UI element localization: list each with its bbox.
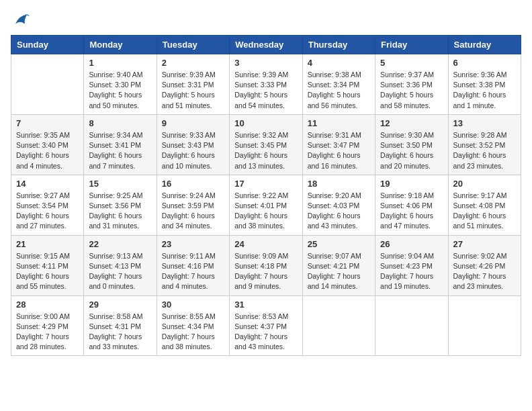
calendar-week-2: 14Sunrise: 9:27 AMSunset: 3:54 PMDayligh… bbox=[11, 175, 521, 235]
day-number: 5 bbox=[380, 58, 443, 68]
day-info: Sunrise: 9:31 AMSunset: 3:47 PMDaylight:… bbox=[308, 130, 370, 171]
day-number: 7 bbox=[16, 118, 79, 128]
day-info: Sunrise: 9:20 AMSunset: 4:03 PMDaylight:… bbox=[308, 191, 370, 232]
day-info: Sunrise: 9:07 AMSunset: 4:21 PMDaylight:… bbox=[308, 251, 370, 292]
day-info: Sunrise: 9:17 AMSunset: 4:08 PMDaylight:… bbox=[453, 191, 516, 232]
weekday-header-sunday: Sunday bbox=[11, 36, 84, 54]
day-info: Sunrise: 9:34 AMSunset: 3:41 PMDaylight:… bbox=[89, 130, 151, 171]
weekday-header-row: SundayMondayTuesdayWednesdayThursdayFrid… bbox=[11, 36, 521, 54]
day-number: 22 bbox=[89, 239, 151, 249]
calendar-cell: 2Sunrise: 9:39 AMSunset: 3:31 PMDaylight… bbox=[157, 54, 229, 115]
calendar-cell: 23Sunrise: 9:11 AMSunset: 4:16 PMDayligh… bbox=[157, 235, 229, 295]
day-number: 12 bbox=[380, 118, 443, 128]
day-number: 26 bbox=[380, 239, 443, 249]
weekday-header-tuesday: Tuesday bbox=[157, 36, 229, 54]
calendar-cell: 14Sunrise: 9:27 AMSunset: 3:54 PMDayligh… bbox=[11, 175, 84, 235]
day-info: Sunrise: 9:28 AMSunset: 3:52 PMDaylight:… bbox=[453, 130, 516, 171]
day-info: Sunrise: 9:25 AMSunset: 3:56 PMDaylight:… bbox=[89, 191, 151, 232]
calendar-cell: 24Sunrise: 9:09 AMSunset: 4:18 PMDayligh… bbox=[230, 235, 302, 295]
day-info: Sunrise: 9:22 AMSunset: 4:01 PMDaylight:… bbox=[234, 191, 297, 232]
day-number: 8 bbox=[89, 118, 151, 128]
day-info: Sunrise: 9:09 AMSunset: 4:18 PMDaylight:… bbox=[234, 251, 297, 292]
calendar-cell: 15Sunrise: 9:25 AMSunset: 3:56 PMDayligh… bbox=[84, 175, 157, 235]
calendar-cell: 7Sunrise: 9:35 AMSunset: 3:40 PMDaylight… bbox=[11, 114, 84, 175]
calendar-cell bbox=[448, 295, 521, 356]
calendar-cell: 26Sunrise: 9:04 AMSunset: 4:23 PMDayligh… bbox=[375, 235, 448, 295]
day-info: Sunrise: 9:36 AMSunset: 3:38 PMDaylight:… bbox=[453, 70, 516, 111]
day-number: 19 bbox=[380, 179, 443, 189]
header bbox=[11, 11, 521, 30]
day-info: Sunrise: 9:37 AMSunset: 3:36 PMDaylight:… bbox=[380, 70, 443, 111]
calendar-cell: 5Sunrise: 9:37 AMSunset: 3:36 PMDaylight… bbox=[375, 54, 448, 115]
calendar-cell: 21Sunrise: 9:15 AMSunset: 4:11 PMDayligh… bbox=[11, 235, 84, 295]
day-info: Sunrise: 9:02 AMSunset: 4:26 PMDaylight:… bbox=[453, 251, 516, 292]
day-number: 30 bbox=[162, 300, 224, 310]
day-number: 9 bbox=[162, 118, 224, 128]
calendar-cell: 10Sunrise: 9:32 AMSunset: 3:45 PMDayligh… bbox=[230, 114, 302, 175]
calendar-cell: 17Sunrise: 9:22 AMSunset: 4:01 PMDayligh… bbox=[230, 175, 302, 235]
day-info: Sunrise: 9:30 AMSunset: 3:50 PMDaylight:… bbox=[380, 130, 443, 171]
day-info: Sunrise: 9:00 AMSunset: 4:29 PMDaylight:… bbox=[16, 312, 79, 353]
day-info: Sunrise: 8:58 AMSunset: 4:31 PMDaylight:… bbox=[89, 312, 151, 353]
day-info: Sunrise: 9:15 AMSunset: 4:11 PMDaylight:… bbox=[16, 251, 79, 292]
day-number: 23 bbox=[162, 239, 224, 249]
day-info: Sunrise: 9:39 AMSunset: 3:31 PMDaylight:… bbox=[162, 70, 224, 111]
day-info: Sunrise: 9:35 AMSunset: 3:40 PMDaylight:… bbox=[16, 130, 79, 171]
day-number: 28 bbox=[16, 300, 79, 310]
day-number: 25 bbox=[308, 239, 370, 249]
day-number: 29 bbox=[89, 300, 151, 310]
day-info: Sunrise: 9:11 AMSunset: 4:16 PMDaylight:… bbox=[162, 251, 224, 292]
calendar-cell bbox=[302, 295, 375, 356]
calendar-cell bbox=[375, 295, 448, 356]
day-number: 3 bbox=[234, 58, 297, 68]
calendar-cell: 16Sunrise: 9:24 AMSunset: 3:59 PMDayligh… bbox=[157, 175, 229, 235]
calendar-cell: 30Sunrise: 8:55 AMSunset: 4:34 PMDayligh… bbox=[157, 295, 229, 356]
weekday-header-friday: Friday bbox=[375, 36, 448, 54]
weekday-header-wednesday: Wednesday bbox=[230, 36, 302, 54]
calendar-cell: 4Sunrise: 9:38 AMSunset: 3:34 PMDaylight… bbox=[302, 54, 375, 115]
calendar-cell: 12Sunrise: 9:30 AMSunset: 3:50 PMDayligh… bbox=[375, 114, 448, 175]
day-number: 1 bbox=[89, 58, 151, 68]
calendar-cell: 19Sunrise: 9:18 AMSunset: 4:06 PMDayligh… bbox=[375, 175, 448, 235]
calendar-cell: 29Sunrise: 8:58 AMSunset: 4:31 PMDayligh… bbox=[84, 295, 157, 356]
day-info: Sunrise: 9:39 AMSunset: 3:33 PMDaylight:… bbox=[234, 70, 297, 111]
day-info: Sunrise: 9:32 AMSunset: 3:45 PMDaylight:… bbox=[234, 130, 297, 171]
day-number: 10 bbox=[234, 118, 297, 128]
weekday-header-saturday: Saturday bbox=[448, 36, 521, 54]
day-info: Sunrise: 9:40 AMSunset: 3:30 PMDaylight:… bbox=[89, 70, 151, 111]
calendar-body: 1Sunrise: 9:40 AMSunset: 3:30 PMDaylight… bbox=[11, 54, 521, 356]
day-info: Sunrise: 9:13 AMSunset: 4:13 PMDaylight:… bbox=[89, 251, 151, 292]
calendar-week-1: 7Sunrise: 9:35 AMSunset: 3:40 PMDaylight… bbox=[11, 114, 521, 175]
day-info: Sunrise: 9:33 AMSunset: 3:43 PMDaylight:… bbox=[162, 130, 224, 171]
calendar-cell: 11Sunrise: 9:31 AMSunset: 3:47 PMDayligh… bbox=[302, 114, 375, 175]
calendar-week-4: 28Sunrise: 9:00 AMSunset: 4:29 PMDayligh… bbox=[11, 295, 521, 356]
day-number: 11 bbox=[308, 118, 370, 128]
calendar-cell: 18Sunrise: 9:20 AMSunset: 4:03 PMDayligh… bbox=[302, 175, 375, 235]
calendar-cell: 25Sunrise: 9:07 AMSunset: 4:21 PMDayligh… bbox=[302, 235, 375, 295]
day-number: 16 bbox=[162, 179, 224, 189]
calendar-cell: 28Sunrise: 9:00 AMSunset: 4:29 PMDayligh… bbox=[11, 295, 84, 356]
day-number: 17 bbox=[234, 179, 297, 189]
calendar-cell: 13Sunrise: 9:28 AMSunset: 3:52 PMDayligh… bbox=[448, 114, 521, 175]
calendar-table: SundayMondayTuesdayWednesdayThursdayFrid… bbox=[11, 35, 521, 356]
day-number: 21 bbox=[16, 239, 79, 249]
day-number: 27 bbox=[453, 239, 516, 249]
day-info: Sunrise: 8:53 AMSunset: 4:37 PMDaylight:… bbox=[234, 312, 297, 353]
day-info: Sunrise: 9:27 AMSunset: 3:54 PMDaylight:… bbox=[16, 191, 79, 232]
day-number: 31 bbox=[234, 300, 297, 310]
calendar-cell: 6Sunrise: 9:36 AMSunset: 3:38 PMDaylight… bbox=[448, 54, 521, 115]
day-number: 2 bbox=[162, 58, 224, 68]
calendar-cell: 1Sunrise: 9:40 AMSunset: 3:30 PMDaylight… bbox=[84, 54, 157, 115]
calendar-cell: 31Sunrise: 8:53 AMSunset: 4:37 PMDayligh… bbox=[230, 295, 302, 356]
day-number: 4 bbox=[308, 58, 370, 68]
day-number: 13 bbox=[453, 118, 516, 128]
day-number: 18 bbox=[308, 179, 370, 189]
day-info: Sunrise: 9:04 AMSunset: 4:23 PMDaylight:… bbox=[380, 251, 443, 292]
calendar-cell: 27Sunrise: 9:02 AMSunset: 4:26 PMDayligh… bbox=[448, 235, 521, 295]
weekday-header-monday: Monday bbox=[84, 36, 157, 54]
day-number: 14 bbox=[16, 179, 79, 189]
day-info: Sunrise: 9:18 AMSunset: 4:06 PMDaylight:… bbox=[380, 191, 443, 232]
day-info: Sunrise: 8:55 AMSunset: 4:34 PMDaylight:… bbox=[162, 312, 224, 353]
day-number: 6 bbox=[453, 58, 516, 68]
day-info: Sunrise: 9:38 AMSunset: 3:34 PMDaylight:… bbox=[308, 70, 370, 111]
